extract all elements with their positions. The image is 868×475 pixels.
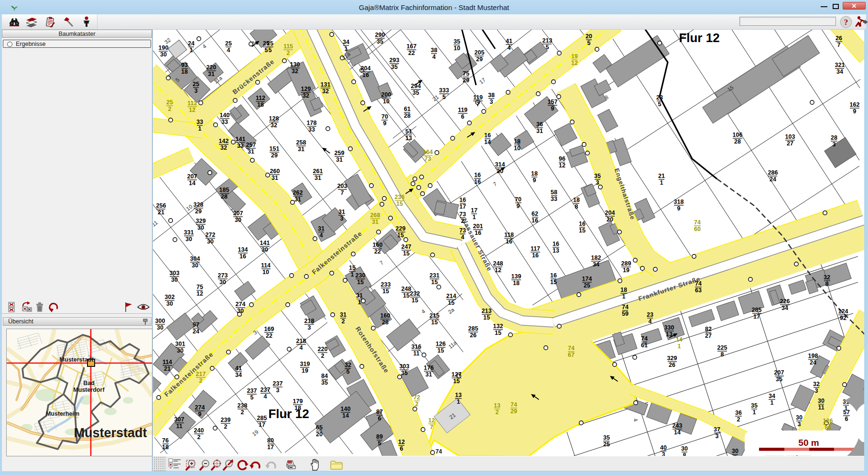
svg-text:32: 32 <box>271 122 277 129</box>
svg-text:1: 1 <box>678 343 681 350</box>
svg-text:213: 213 <box>482 308 492 314</box>
svg-text:15: 15 <box>431 279 438 286</box>
svg-text:140: 140 <box>220 112 230 119</box>
svg-text:10: 10 <box>383 98 390 105</box>
svg-text:92: 92 <box>840 315 846 321</box>
svg-text:261: 261 <box>313 168 323 175</box>
svg-text:3: 3 <box>596 179 599 186</box>
svg-text:6: 6 <box>845 416 848 422</box>
svg-text:29: 29 <box>476 56 483 63</box>
svg-text:2: 2 <box>415 401 419 408</box>
svg-text:15: 15 <box>382 288 389 295</box>
svg-text:74: 74 <box>568 345 575 352</box>
svg-text:256: 256 <box>156 202 166 209</box>
svg-text:35: 35 <box>412 89 419 96</box>
svg-text:15: 15 <box>403 292 410 299</box>
svg-text:29: 29 <box>271 152 278 159</box>
svg-text:65: 65 <box>316 424 323 431</box>
svg-text:41: 41 <box>506 38 512 44</box>
svg-text:16: 16 <box>506 238 512 245</box>
svg-text:30: 30 <box>197 224 204 231</box>
svg-text:32: 32 <box>322 88 329 95</box>
svg-text:57: 57 <box>843 409 850 416</box>
svg-text:51: 51 <box>405 128 412 135</box>
svg-text:15: 15 <box>431 319 438 326</box>
svg-text:29: 29 <box>510 408 517 415</box>
svg-text:272: 272 <box>206 232 216 238</box>
svg-text:7: 7 <box>341 189 344 196</box>
svg-text:16: 16 <box>459 197 466 203</box>
svg-text:2: 2 <box>287 50 290 56</box>
svg-text:15: 15 <box>357 279 364 286</box>
svg-text:9: 9 <box>853 108 857 115</box>
svg-text:25: 25 <box>166 99 173 106</box>
svg-text:27: 27 <box>705 332 712 339</box>
svg-text:30: 30 <box>681 445 688 452</box>
svg-text:14: 14 <box>484 139 491 145</box>
svg-text:30: 30 <box>497 168 503 175</box>
svg-text:30: 30 <box>171 276 178 283</box>
svg-text:215: 215 <box>430 312 440 319</box>
svg-text:74: 74 <box>435 448 442 455</box>
svg-text:20: 20 <box>586 33 592 40</box>
svg-text:6: 6 <box>378 415 381 422</box>
svg-text:13: 13 <box>666 331 673 338</box>
svg-text:303: 303 <box>170 270 180 276</box>
svg-text:9: 9 <box>533 177 536 184</box>
svg-text:35: 35 <box>401 370 408 376</box>
svg-text:18: 18 <box>257 101 264 108</box>
svg-text:157: 157 <box>548 99 558 105</box>
svg-text:22: 22 <box>374 248 381 255</box>
svg-text:15: 15 <box>550 279 557 286</box>
svg-text:32: 32 <box>813 381 820 387</box>
svg-text:19: 19 <box>302 367 308 374</box>
svg-text:12: 12 <box>196 290 203 297</box>
svg-text:294: 294 <box>411 83 421 89</box>
svg-text:15: 15 <box>448 299 455 306</box>
svg-text:5: 5 <box>443 94 446 100</box>
svg-text:307: 307 <box>233 210 243 217</box>
svg-text:238: 238 <box>238 402 248 409</box>
svg-text:15: 15 <box>453 378 460 385</box>
svg-text:15: 15 <box>495 330 501 336</box>
svg-text:11: 11 <box>818 404 824 411</box>
svg-text:32: 32 <box>220 144 227 151</box>
svg-text:257: 257 <box>246 142 256 148</box>
svg-text:31: 31 <box>336 156 343 163</box>
svg-text:1: 1 <box>753 409 756 416</box>
svg-text:30: 30 <box>219 279 226 286</box>
svg-text:35: 35 <box>377 38 383 45</box>
svg-text:4: 4 <box>461 234 465 241</box>
svg-text:60: 60 <box>694 226 701 232</box>
svg-text:262: 262 <box>293 189 303 196</box>
svg-text:2: 2 <box>496 409 499 416</box>
svg-text:15: 15 <box>412 297 418 304</box>
svg-text:61: 61 <box>404 106 411 112</box>
svg-text:103: 103 <box>785 133 795 140</box>
svg-text:225: 225 <box>717 344 727 351</box>
svg-text:129: 129 <box>301 86 311 92</box>
svg-text:26: 26 <box>669 362 675 368</box>
svg-text:34: 34 <box>769 393 775 399</box>
svg-text:17: 17 <box>471 207 477 214</box>
svg-text:24: 24 <box>810 359 816 366</box>
svg-text:30: 30 <box>160 51 167 58</box>
svg-text:31: 31 <box>356 292 363 299</box>
svg-text:10: 10 <box>262 269 269 276</box>
svg-text:220: 220 <box>206 64 217 71</box>
svg-text:59: 59 <box>622 310 629 317</box>
svg-text:3: 3 <box>798 421 801 428</box>
svg-text:13: 13 <box>455 392 462 398</box>
svg-text:25: 25 <box>603 441 610 448</box>
svg-text:207: 207 <box>187 173 197 180</box>
svg-text:74: 74 <box>694 219 701 226</box>
svg-text:Musterstadt: Musterstadt <box>74 426 147 440</box>
svg-text:30: 30 <box>235 217 241 223</box>
svg-text:14: 14 <box>674 429 681 436</box>
svg-text:4: 4 <box>508 44 511 51</box>
svg-text:12: 12 <box>428 417 435 424</box>
svg-text:15: 15 <box>397 232 404 239</box>
svg-text:35: 35 <box>776 376 782 383</box>
svg-text:140: 140 <box>341 406 351 412</box>
svg-text:240: 240 <box>194 427 204 434</box>
